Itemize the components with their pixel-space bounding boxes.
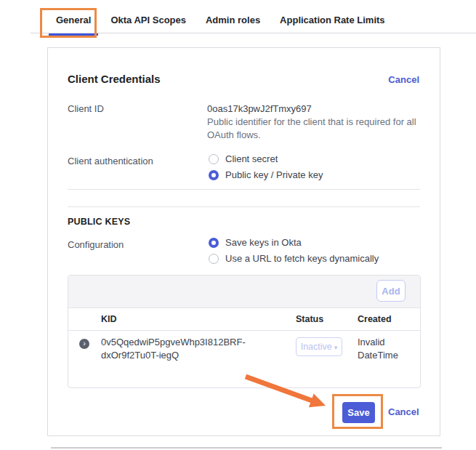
configuration-label: Configuration <box>68 239 124 250</box>
client-authentication-options: Client secret Public key / Private key <box>209 153 323 185</box>
client-id-label: Client ID <box>68 103 104 114</box>
tab-admin-roles[interactable]: Admin roles <box>198 9 267 33</box>
radio-selected-icon[interactable] <box>209 238 219 248</box>
public-keys-table: Add KID Status Created › 0v5QqedwiP5pgve… <box>68 275 421 388</box>
radio-unselected-icon[interactable] <box>209 154 219 164</box>
radio-unselected-icon[interactable] <box>209 254 219 264</box>
column-header-status: Status <box>296 314 356 324</box>
tabs-container: General Okta API Scopes Admin roles Appl… <box>49 9 398 36</box>
status-dropdown[interactable]: Inactive▾ <box>296 337 342 356</box>
client-authentication-label: Client authentication <box>68 156 153 166</box>
footer-cancel-link[interactable]: Cancel <box>388 406 419 417</box>
public-keys-title: PUBLIC KEYS <box>68 217 130 227</box>
chevron-right-circle-icon[interactable]: › <box>79 339 89 349</box>
column-header-kid: KID <box>101 314 296 324</box>
bottom-divider <box>51 447 442 449</box>
save-button[interactable]: Save <box>342 402 375 423</box>
radio-selected-icon[interactable] <box>209 170 219 180</box>
section-divider <box>68 206 420 207</box>
status-dropdown-label: Inactive <box>301 342 332 352</box>
created-value: Invalid DateTime <box>356 336 403 362</box>
radio-label: Save keys in Okta <box>225 237 302 248</box>
kid-value: 0v5QqedwiP5pgveWhp3I812BRF-dxOr9f2Tu0T-i… <box>101 336 257 362</box>
radio-option-url-fetch-keys[interactable]: Use a URL to fetch keys dynamically <box>209 253 379 264</box>
table-toolbar: Add <box>68 276 420 308</box>
client-credentials-cancel-link[interactable]: Cancel <box>388 74 419 85</box>
section-divider <box>68 189 420 190</box>
tab-okta-api-scopes[interactable]: Okta API Scopes <box>103 9 193 33</box>
tab-general[interactable]: General <box>49 9 98 36</box>
column-header-created: Created <box>356 314 420 324</box>
table-row: › 0v5QqedwiP5pgveWhp3I812BRF-dxOr9f2Tu0T… <box>68 331 420 362</box>
radio-option-public-private-key[interactable]: Public key / Private key <box>209 169 323 180</box>
client-id-help-text: Public identifier for the client that is… <box>207 116 419 142</box>
client-credentials-title: Client Credentials <box>68 73 161 85</box>
tab-bar: General Okta API Scopes Admin roles Appl… <box>0 0 476 33</box>
settings-card: Client Credentials Cancel Client ID 0oas… <box>47 47 440 436</box>
table-header-row: KID Status Created <box>68 308 420 331</box>
configuration-options: Save keys in Okta Use a URL to fetch key… <box>209 237 379 269</box>
radio-label: Client secret <box>225 153 278 164</box>
client-id-value: 0oas17k3pwJ2fTmxy697 <box>207 103 312 114</box>
add-key-button[interactable]: Add <box>376 280 406 302</box>
radio-option-save-keys-in-okta[interactable]: Save keys in Okta <box>209 237 379 248</box>
radio-label: Use a URL to fetch keys dynamically <box>225 253 379 264</box>
radio-label: Public key / Private key <box>225 169 323 180</box>
tab-application-rate-limits[interactable]: Application Rate Limits <box>273 9 392 33</box>
radio-option-client-secret[interactable]: Client secret <box>209 153 323 164</box>
caret-down-icon: ▾ <box>334 344 338 351</box>
